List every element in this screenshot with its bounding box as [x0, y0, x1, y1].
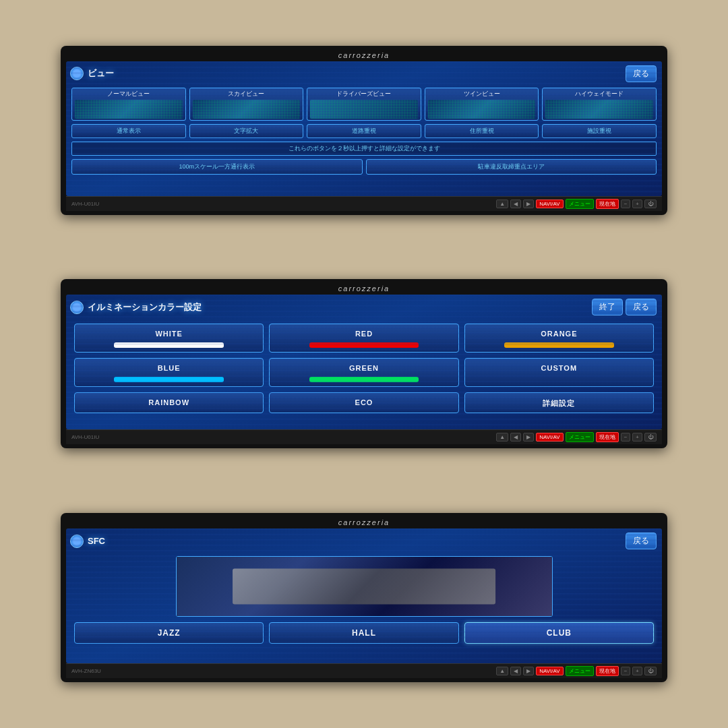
- view-btn-normal[interactable]: ノーマルビュー: [71, 88, 186, 121]
- title-icon-2: [70, 301, 84, 314]
- bottom-btn-parking[interactable]: 駐車違反取締重点エリア: [366, 159, 657, 175]
- sfc-btn-hall[interactable]: HALL: [269, 622, 458, 644]
- ctrl-gps-2[interactable]: 現在地: [596, 432, 619, 442]
- ctrl-btns-1: ▲ ◀ ▶ NAVI/AV メニュー 現在地 − + ⏻: [496, 199, 657, 209]
- info-text-1: これらのボタンを２秒以上押すと詳細な設定ができます: [71, 142, 657, 156]
- color-btn-blue[interactable]: BLUE: [74, 358, 264, 387]
- display-options-row: 通常表示 文字拡大 道路重視 住所重視 施設重視: [71, 124, 657, 138]
- sfc-buttons: JAZZ HALL CLUB: [74, 622, 654, 644]
- screen-2-header: イルミネーションカラー設定 終了 戻る: [66, 295, 662, 318]
- ctrl-gps-3[interactable]: 現在地: [596, 666, 619, 676]
- back-button-1[interactable]: 戻る: [626, 65, 657, 82]
- disp-btn-text[interactable]: 文字拡大: [189, 124, 304, 138]
- ctrl-nav-1[interactable]: NAVI/AV: [536, 200, 563, 208]
- color-btn-detail[interactable]: 詳細設定: [464, 392, 654, 413]
- color-btn-eco[interactable]: ECO: [269, 392, 458, 413]
- ctrl-minus-1[interactable]: −: [621, 200, 631, 208]
- screen-3-header: SFC 戻る: [66, 528, 662, 552]
- ctrl-nav-2[interactable]: NAVI/AV: [536, 433, 563, 442]
- ctrl-menu-2[interactable]: メニュー: [566, 432, 594, 442]
- brand-bar-3: carrozzeria: [66, 517, 662, 528]
- ctrl-btns-3: ▲ ◀ ▶ NAVI/AV メニュー 現在地 − + ⏻: [496, 666, 657, 676]
- ctrl-next-3[interactable]: ▶: [523, 667, 534, 675]
- color-btn-white[interactable]: WHITE: [74, 324, 264, 353]
- ctrl-gps-1[interactable]: 現在地: [596, 199, 619, 209]
- color-btn-green[interactable]: GREEN: [269, 358, 458, 387]
- bottom-btns-row: 100mスケール一方通行表示 駐車違反取締重点エリア: [71, 159, 657, 175]
- video-preview-inner: [177, 557, 552, 616]
- ctrl-menu-3[interactable]: メニュー: [566, 666, 594, 676]
- brand-bar-1: carrozzeria: [66, 50, 662, 61]
- sfc-btn-club[interactable]: CLUB: [464, 622, 654, 644]
- disp-btn-road[interactable]: 道路重視: [307, 124, 421, 138]
- btn-group-2: 終了 戻る: [592, 299, 657, 315]
- screen-1-title-area: ビュー: [70, 67, 114, 80]
- ctrl-prev-1[interactable]: ◀: [510, 200, 521, 208]
- color-btn-rainbow[interactable]: RAINBOW: [74, 392, 264, 413]
- disp-btn-normal[interactable]: 通常表示: [71, 124, 186, 138]
- color-btn-red[interactable]: RED: [269, 324, 458, 353]
- title-icon-1: [70, 67, 84, 80]
- screen-1: ビュー 戻る ノーマルビュー スカイビュー ドライバーズビュー: [66, 61, 662, 196]
- device-unit-2: carrozzeria イルミネーションカラー設定 終了 戻る WHITE R: [61, 279, 667, 448]
- ctrl-eject-2[interactable]: ▲: [496, 433, 508, 442]
- model-label-3: AVH-ZN63U: [71, 668, 101, 674]
- control-bar-3: AVH-ZN63U ▲ ◀ ▶ NAVI/AV メニュー 現在地 − + ⏻: [66, 663, 662, 678]
- model-label-2: AVH-U01IU: [71, 434, 99, 440]
- screen-1-title: ビュー: [88, 67, 114, 80]
- disp-btn-address[interactable]: 住所重視: [425, 124, 539, 138]
- ctrl-power-1[interactable]: ⏻: [644, 200, 657, 208]
- control-bar-2: AVH-U01IU ▲ ◀ ▶ NAVI/AV メニュー 現在地 − + ⏻: [66, 429, 662, 444]
- back-button-2[interactable]: 戻る: [626, 299, 657, 315]
- ctrl-eject-1[interactable]: ▲: [496, 200, 508, 208]
- color-btn-custom[interactable]: CUSTOM: [464, 358, 654, 387]
- screen-1-header: ビュー 戻る: [66, 61, 662, 85]
- screen-3-title: SFC: [88, 536, 105, 546]
- bottom-btn-100m[interactable]: 100mスケール一方通行表示: [71, 159, 363, 175]
- sfc-btn-jazz[interactable]: JAZZ: [74, 622, 264, 644]
- screen-2-title-area: イルミネーションカラー設定: [70, 301, 202, 314]
- ctrl-nav-3[interactable]: NAVI/AV: [536, 667, 563, 675]
- ctrl-next-2[interactable]: ▶: [523, 433, 534, 442]
- view-btn-driver[interactable]: ドライバーズビュー: [307, 88, 421, 121]
- swatch-white: [114, 342, 224, 348]
- ctrl-plus-3[interactable]: +: [632, 667, 642, 675]
- view-grid-1: ノーマルビュー スカイビュー ドライバーズビュー ツインビュー: [66, 85, 662, 179]
- swatch-orange: [504, 342, 614, 348]
- dj-visual: [233, 569, 495, 605]
- ctrl-minus-3[interactable]: −: [621, 667, 631, 675]
- ctrl-eject-3[interactable]: ▲: [496, 667, 508, 675]
- swatch-red: [309, 342, 419, 348]
- ctrl-plus-1[interactable]: +: [632, 200, 642, 208]
- device-unit-1: carrozzeria ビュー 戻る ノーマルビュー スカイビュー: [61, 46, 667, 215]
- ctrl-prev-2[interactable]: ◀: [510, 433, 521, 442]
- back-button-3[interactable]: 戻る: [626, 533, 657, 549]
- disp-btn-facility[interactable]: 施設重視: [542, 124, 657, 138]
- view-btn-sky[interactable]: スカイビュー: [189, 88, 304, 121]
- screen-2-title: イルミネーションカラー設定: [88, 301, 202, 313]
- view-btn-highway[interactable]: ハイウェイモード: [542, 88, 657, 121]
- ctrl-btns-2: ▲ ◀ ▶ NAVI/AV メニュー 現在地 − + ⏻: [496, 432, 657, 442]
- title-icon-3: [70, 535, 84, 548]
- swatch-green: [309, 377, 419, 382]
- view-buttons-row: ノーマルビュー スカイビュー ドライバーズビュー ツインビュー: [71, 88, 657, 121]
- ctrl-minus-2[interactable]: −: [621, 433, 631, 442]
- color-btn-orange[interactable]: ORANGE: [464, 324, 654, 353]
- view-btn-twin[interactable]: ツインビュー: [425, 88, 539, 121]
- ctrl-power-2[interactable]: ⏻: [644, 433, 657, 442]
- model-label-1: AVH-U01IU: [71, 201, 99, 207]
- ctrl-next-1[interactable]: ▶: [523, 200, 534, 208]
- main-container: carrozzeria ビュー 戻る ノーマルビュー スカイビュー: [0, 0, 728, 728]
- sfc-content: JAZZ HALL CLUB: [66, 552, 662, 649]
- control-bar-1: AVH-U01IU ▲ ◀ ▶ NAVI/AV メニュー 現在地 − + ⏻: [66, 196, 662, 211]
- brand-bar-2: carrozzeria: [66, 283, 662, 295]
- ctrl-menu-1[interactable]: メニュー: [566, 199, 594, 209]
- swatch-blue: [114, 377, 224, 382]
- device-unit-3: carrozzeria SFC 戻る JAZZ HALL CLUB: [61, 513, 667, 682]
- end-button-2[interactable]: 終了: [592, 299, 623, 315]
- video-preview: [176, 556, 553, 617]
- ctrl-power-3[interactable]: ⏻: [644, 667, 657, 675]
- ctrl-plus-2[interactable]: +: [632, 433, 642, 442]
- ctrl-prev-3[interactable]: ◀: [510, 667, 521, 675]
- screen-2: イルミネーションカラー設定 終了 戻る WHITE RED ORANGE: [66, 295, 662, 429]
